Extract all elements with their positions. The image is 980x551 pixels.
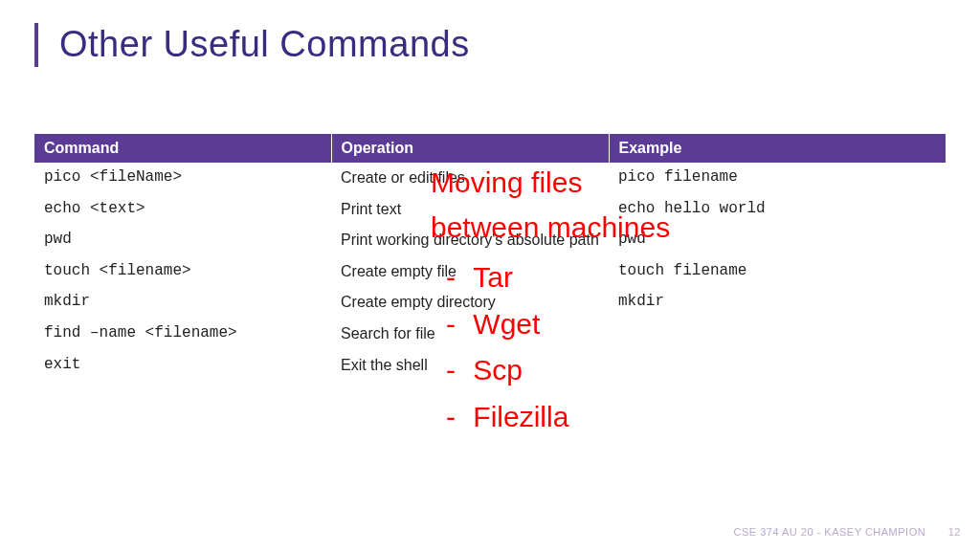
cell-command: pwd: [34, 225, 331, 256]
cell-command: touch <filename>: [34, 256, 331, 288]
annotation-item: Filezilla: [446, 395, 670, 440]
annotation-item: Tar: [446, 255, 670, 300]
title-block: Other Useful Commands: [34, 23, 470, 67]
annotation-overlay: Moving files between machines Tar Wget S…: [431, 161, 670, 439]
slide-title: Other Useful Commands: [59, 23, 470, 67]
slide: Other Useful Commands Command Operation …: [0, 0, 980, 551]
page-number: 12: [948, 526, 961, 538]
annotation-item: Wget: [446, 302, 670, 347]
col-command: Command: [34, 134, 331, 163]
annotation-heading-line2: between machines: [431, 211, 670, 243]
cell-command: pico <fileName>: [34, 163, 331, 194]
cell-command: exit: [34, 350, 331, 382]
annotation-heading-line1: Moving files: [431, 166, 582, 198]
cell-command: find –name <filename>: [34, 319, 331, 350]
annotation-item: Scp: [446, 348, 670, 393]
col-operation: Operation: [331, 134, 609, 163]
annotation-list: Tar Wget Scp Filezilla: [431, 255, 670, 439]
annotation-heading: Moving files between machines: [431, 161, 670, 250]
col-example: Example: [609, 134, 946, 163]
footer-course: CSE 374 AU 20 - KASEY CHAMPION: [734, 526, 926, 538]
table-header-row: Command Operation Example: [34, 134, 946, 163]
title-accent-bar: [34, 23, 38, 67]
slide-footer: CSE 374 AU 20 - KASEY CHAMPION 12: [734, 526, 961, 538]
cell-command: mkdir: [34, 287, 331, 319]
cell-command: echo <text>: [34, 194, 331, 226]
